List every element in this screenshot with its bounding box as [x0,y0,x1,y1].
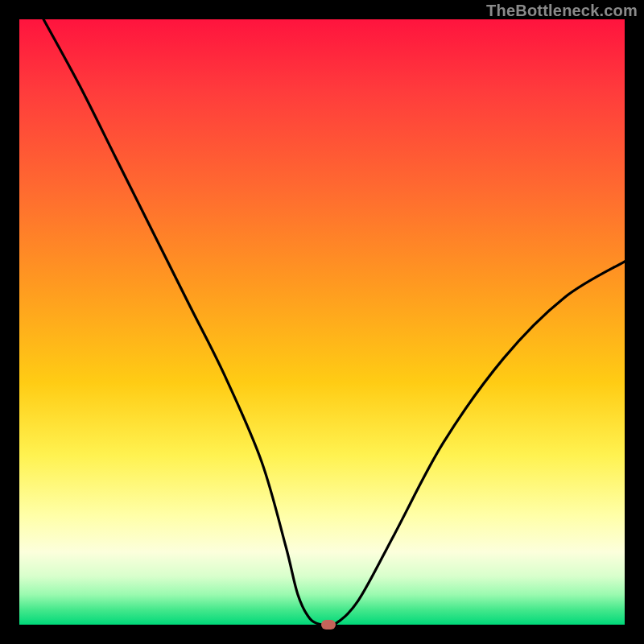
watermark-text: TheBottleneck.com [486,2,638,20]
plot-area [19,19,625,625]
optimal-marker [321,620,336,630]
bottleneck-curve [19,19,625,625]
chart-container: TheBottleneck.com [0,0,644,644]
